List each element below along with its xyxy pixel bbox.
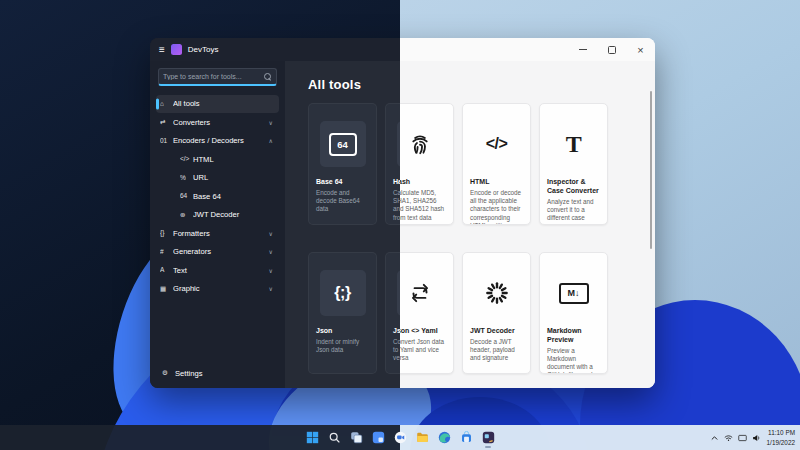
search-input[interactable] (159, 73, 263, 80)
menu-toggle-button[interactable]: ≡ (159, 45, 165, 55)
selection-indicator (156, 98, 159, 109)
chevron-up-tray-button[interactable] (710, 434, 719, 442)
taskbar-icon-widgets[interactable] (369, 428, 387, 448)
chevron-down-icon: ∨ (269, 248, 273, 255)
tool-icon-tile: </> (474, 121, 520, 167)
volume-icon (752, 434, 761, 442)
search-box[interactable] (158, 68, 277, 86)
sidebar-item-label: Base 64 (193, 192, 275, 201)
tool-card-title: Json <> Yaml (393, 327, 446, 336)
braces-semicolon-icon: {;} (334, 284, 350, 302)
volume-tray-button[interactable] (752, 434, 761, 442)
sidebar-item-label: Converters (173, 118, 269, 127)
task-view-icon (350, 431, 363, 444)
search-glass-icon (328, 431, 341, 444)
tool-icon-tile: 64 (320, 121, 366, 167)
sunburst-token-icon (484, 280, 510, 306)
edge-browser-icon (438, 431, 451, 444)
taskbar-icon-search[interactable] (325, 428, 343, 448)
sidebar-item-label: Graphic (173, 284, 269, 293)
tray-icons (710, 434, 761, 442)
touch-keyboard-icon (738, 434, 747, 442)
microsoft-store-icon (460, 431, 473, 444)
tool-card-jwt-decoder[interactable]: JWT DecoderDecode a JWT header, payload … (462, 252, 531, 374)
sidebar-item-label: Encoders / Decoders (173, 136, 269, 145)
window-controls: × (568, 38, 655, 61)
token-icon: ⊛ (180, 212, 193, 219)
sidebar-item-encoders-decoders[interactable]: 01Encoders / Decoders∧ (156, 132, 279, 150)
taskbar-icon-devtoys[interactable] (479, 428, 497, 448)
tool-card-title: Base 64 (316, 178, 369, 187)
tool-card-title: Inspector & Case Converter (547, 178, 600, 196)
tool-card-title: Markdown Preview (547, 327, 600, 345)
sidebar-item-generators[interactable]: #Generators∨ (156, 243, 279, 261)
sidebar-item-converters[interactable]: ⇄Converters∨ (156, 114, 279, 132)
flask-icon: # (160, 249, 173, 256)
braces-icon: {} (160, 230, 173, 237)
tool-card-markdown-preview[interactable]: M↓Markdown PreviewPreview a Markdown doc… (539, 252, 608, 374)
chevron-down-icon: ∨ (269, 267, 273, 274)
sidebar-item-label: HTML (193, 155, 275, 164)
tool-card-description: Decode a JWT header, payload and signatu… (470, 338, 523, 363)
devtoys-app-icon (171, 44, 182, 55)
windows-start-icon (306, 431, 319, 444)
taskbar-icon-file-explorer[interactable] (413, 428, 431, 448)
tool-icon-tile (474, 270, 520, 316)
vertical-scrollbar[interactable] (650, 91, 652, 249)
tool-card-base-64[interactable]: 64Base 64Encode and decode Base64 data (308, 103, 377, 225)
taskbar-icon-edge[interactable] (435, 428, 453, 448)
taskbar-icon-store[interactable] (457, 428, 475, 448)
sidebar-item-label: Generators (173, 247, 269, 256)
home-icon: ⌂ (160, 101, 173, 108)
tool-card-description: Convert Json data to Yaml and vice versa (393, 338, 446, 363)
tool-card-description: Calculate MD5, SHA1, SHA256 and SHA512 h… (393, 189, 446, 222)
file-explorer-icon (416, 431, 429, 444)
tool-icon-tile: {;} (320, 270, 366, 316)
tool-card-description: Encode or decode all the applicable char… (470, 189, 523, 225)
sidebar-item-jwt-decoder[interactable]: ⊛JWT Decoder (156, 206, 279, 224)
sidebar-item-label: Formatters (173, 229, 269, 238)
link-icon: % (180, 175, 193, 182)
sidebar-item-all-tools[interactable]: ⌂All tools (156, 95, 279, 113)
sidebar-item-url[interactable]: %URL (156, 169, 279, 187)
tool-icon-tile: M↓ (551, 270, 597, 316)
sidebar-item-formatters[interactable]: {}Formatters∨ (156, 225, 279, 243)
touch-keyboard-tray-button[interactable] (738, 434, 747, 442)
chevron-up-icon (710, 434, 719, 442)
tool-card-inspector-case-converter[interactable]: TInspector & Case ConverterAnalyze text … (539, 103, 608, 225)
desktop-screen: ≡ DevToys × ⌂All tools⇄Converters∨01Enco (0, 0, 800, 450)
taskbar-icon-start[interactable] (303, 428, 321, 448)
widgets-icon (372, 431, 385, 444)
window-title: DevToys (188, 45, 219, 54)
taskbar-icon-task-view[interactable] (347, 428, 365, 448)
sidebar-item-html[interactable]: </>HTML (156, 151, 279, 169)
tool-card-description: Indent or minify Json data (316, 338, 369, 355)
network-tray-button[interactable] (724, 434, 733, 442)
tool-card-description: Preview a Markdown document with a GitHu… (547, 347, 600, 375)
tool-card-json[interactable]: {;}JsonIndent or minify Json data (308, 252, 377, 374)
clock-date: 1/19/2022 (767, 438, 795, 447)
code-tag-icon: </> (486, 135, 508, 153)
html-code-icon: </> (180, 156, 193, 163)
sidebar-item-settings[interactable]: ⚙ Settings (158, 365, 277, 383)
maximize-button[interactable] (597, 38, 626, 61)
tool-card-html[interactable]: </>HTMLEncode or decode all the applicab… (462, 103, 531, 225)
tool-card-title: Hash (393, 178, 446, 187)
sidebar-item-text[interactable]: AText∨ (156, 262, 279, 280)
sidebar-nav: ⌂All tools⇄Converters∨01Encoders / Decod… (150, 95, 285, 298)
image-icon: ▦ (160, 286, 173, 293)
tool-icon-tile (397, 121, 443, 167)
tool-card-title: JWT Decoder (470, 327, 523, 336)
close-button[interactable]: × (626, 38, 655, 61)
sidebar-item-graphic[interactable]: ▦Graphic∨ (156, 280, 279, 298)
sidebar-item-base-64[interactable]: 64Base 64 (156, 188, 279, 206)
tool-icon-tile (397, 270, 443, 316)
markdown-badge-icon: M↓ (559, 283, 589, 304)
text-icon: A (160, 267, 173, 274)
chevron-down-icon: ∨ (269, 119, 273, 126)
tool-icon-tile: T (551, 121, 597, 167)
tool-card-title: HTML (470, 178, 523, 187)
minimize-button[interactable] (568, 38, 597, 61)
taskbar-clock[interactable]: 11:10 PM 1/19/2022 (767, 428, 795, 447)
sidebar-item-label: Text (173, 266, 269, 275)
